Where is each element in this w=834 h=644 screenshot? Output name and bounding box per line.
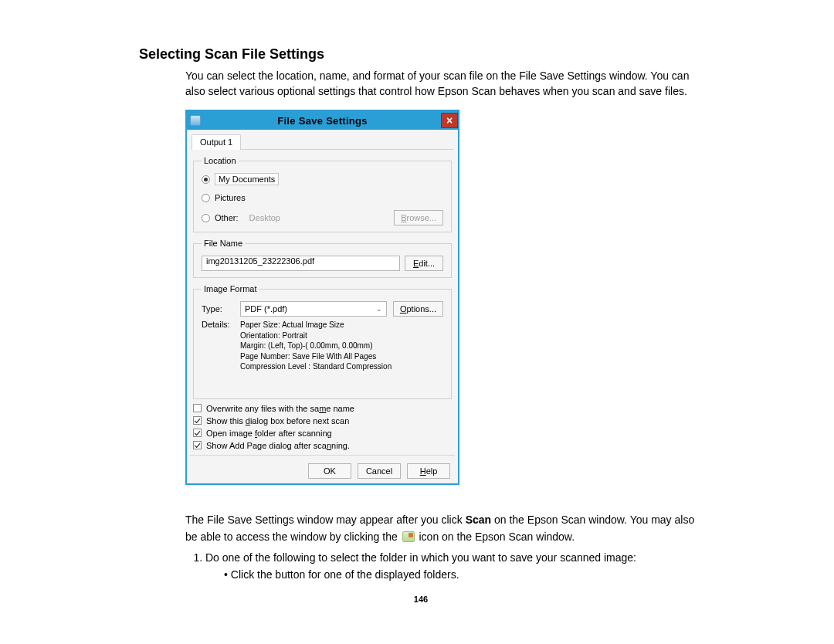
check-show-dialog-label: Show this dialog box before next scan [206,416,349,425]
document-page: Selecting Scan File Settings You can sel… [0,0,834,619]
check-open-folder[interactable] [193,429,202,437]
edit-button[interactable]: Edit... [405,256,443,271]
bullet-list: Click the button for one of the displaye… [213,568,703,581]
radio-my-documents-label: My Documents [215,173,279,185]
tab-output-1[interactable]: Output 1 [192,134,241,150]
details-label: Details: [202,320,234,329]
help-button[interactable]: Help [407,463,450,479]
browse-button[interactable]: Browse... [394,210,443,225]
radio-my-documents[interactable] [202,175,210,184]
dialog-screenshot: File Save Settings × Output 1 Location M… [185,110,703,485]
scan-settings-icon [402,531,415,542]
titlebar: File Save Settings × [187,111,458,130]
file-save-settings-dialog: File Save Settings × Output 1 Location M… [185,110,459,485]
check-show-add-page-label: Show Add Page dialog after scanning. [206,441,350,450]
radio-other[interactable] [202,214,210,222]
type-dropdown-value: PDF (*.pdf) [245,304,287,314]
type-label: Type: [202,304,234,314]
check-open-folder-label: Open image folder after scanning [206,429,332,438]
intro-text: You can select the location, name, and f… [185,69,703,99]
detail-line: Margin: (Left, Top)-( 0.00mm, 0.00mm) [240,341,392,351]
page-heading: Selecting Scan File Settings [139,46,703,63]
step-1: Do one of the following to select the fo… [205,551,703,564]
location-group: Location My Documents Pictures Other: De… [193,156,452,232]
separator [190,455,455,456]
detail-line: Paper Size: Actual Image Size [240,320,392,330]
tab-bar: Output 1 [192,134,453,150]
filename-group: File Name img20131205_23222306.pdf Edit.… [193,239,452,278]
detail-line: Compression Level : Standard Compression [240,361,392,372]
radio-pictures-label: Pictures [215,193,246,202]
check-show-add-page[interactable] [193,441,202,449]
cancel-button[interactable]: Cancel [358,463,401,479]
type-dropdown[interactable]: PDF (*.pdf) ⌄ [240,301,387,317]
step-list: Do one of the following to select the fo… [185,551,703,564]
detail-line: Page Number: Save File With All Pages [240,351,392,362]
details-list: Paper Size: Actual Image Size Orientatio… [240,320,392,372]
page-number: 146 [139,595,703,604]
filename-input[interactable]: img20131205_23222306.pdf [202,256,400,271]
other-path-text: Desktop [249,213,390,222]
filename-legend: File Name [202,239,245,248]
check-overwrite[interactable] [193,404,202,412]
bullet-1: Click the button for one of the displaye… [224,568,703,581]
detail-line: Orientation: Portrait [240,330,392,341]
options-button[interactable]: Options... [393,301,443,317]
location-legend: Location [202,156,239,165]
ok-button[interactable]: OK [308,463,351,479]
chevron-down-icon: ⌄ [376,305,382,313]
radio-pictures[interactable] [202,194,210,202]
window-title: File Save Settings [187,115,458,127]
image-format-legend: Image Format [202,284,259,293]
check-show-dialog[interactable] [193,416,202,425]
check-overwrite-label: Overwrite any files with the same name [206,404,354,413]
image-format-group: Image Format Type: PDF (*.pdf) ⌄ Options… [193,284,452,399]
radio-other-label: Other: [215,213,239,222]
paragraph-after-dialog: The File Save Settings window may appear… [185,511,703,546]
